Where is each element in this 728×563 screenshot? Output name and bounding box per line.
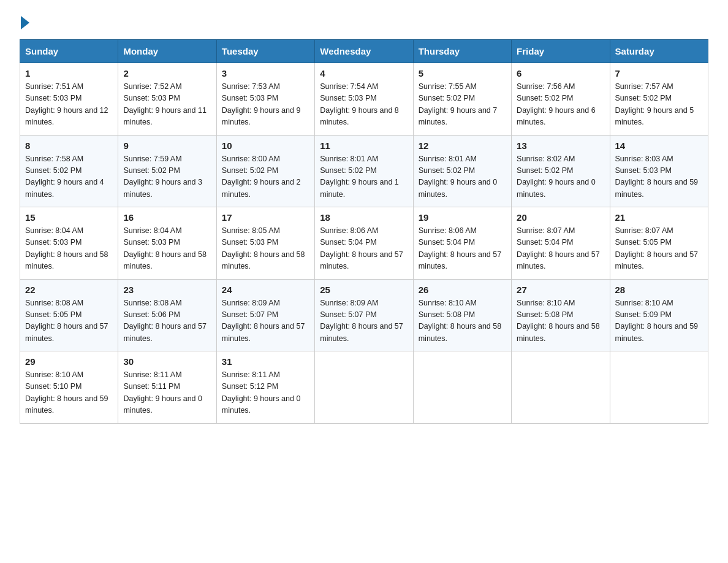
- calendar-cell: 22Sunrise: 8:08 AMSunset: 5:05 PMDayligh…: [20, 279, 118, 351]
- day-number: 19: [419, 212, 506, 223]
- day-number: 24: [222, 285, 309, 295]
- calendar-cell: 4Sunrise: 7:54 AMSunset: 5:03 PMDaylight…: [315, 63, 413, 136]
- day-info: Sunrise: 7:52 AMSunset: 5:03 PMDaylight:…: [123, 82, 207, 126]
- day-info: Sunrise: 7:58 AMSunset: 5:02 PMDaylight:…: [25, 155, 104, 199]
- day-number: 1: [25, 68, 113, 79]
- calendar-week-row: 8Sunrise: 7:58 AMSunset: 5:02 PMDaylight…: [20, 135, 708, 207]
- calendar-week-row: 1Sunrise: 7:51 AMSunset: 5:03 PMDaylight…: [20, 63, 708, 136]
- calendar-cell: 11Sunrise: 8:01 AMSunset: 5:02 PMDayligh…: [315, 135, 413, 207]
- day-number: 14: [615, 140, 703, 151]
- calendar-cell: 3Sunrise: 7:53 AMSunset: 5:03 PMDaylight…: [216, 63, 314, 136]
- calendar-cell: 18Sunrise: 8:06 AMSunset: 5:04 PMDayligh…: [315, 207, 413, 280]
- weekday-header-friday: Friday: [512, 40, 610, 63]
- logo: [20, 15, 29, 28]
- calendar-cell: 24Sunrise: 8:09 AMSunset: 5:07 PMDayligh…: [216, 279, 314, 351]
- day-number: 27: [517, 285, 604, 295]
- weekday-header-thursday: Thursday: [413, 40, 511, 63]
- day-info: Sunrise: 8:10 AMSunset: 5:09 PMDaylight:…: [615, 299, 699, 343]
- calendar-cell: 5Sunrise: 7:55 AMSunset: 5:02 PMDaylight…: [413, 63, 511, 136]
- day-info: Sunrise: 7:59 AMSunset: 5:02 PMDaylight:…: [123, 155, 202, 199]
- day-number: 16: [123, 212, 211, 223]
- day-info: Sunrise: 8:09 AMSunset: 5:07 PMDaylight:…: [222, 299, 305, 343]
- day-info: Sunrise: 8:11 AMSunset: 5:11 PMDaylight:…: [123, 370, 202, 415]
- day-info: Sunrise: 8:08 AMSunset: 5:05 PMDaylight:…: [25, 299, 108, 343]
- calendar-week-row: 15Sunrise: 8:04 AMSunset: 5:03 PMDayligh…: [20, 207, 708, 280]
- day-info: Sunrise: 8:07 AMSunset: 5:04 PMDaylight:…: [517, 226, 600, 270]
- day-info: Sunrise: 8:01 AMSunset: 5:02 PMDaylight:…: [320, 155, 399, 199]
- calendar-cell: 2Sunrise: 7:52 AMSunset: 5:03 PMDaylight…: [118, 63, 216, 136]
- weekday-header-monday: Monday: [118, 40, 216, 63]
- day-info: Sunrise: 7:51 AMSunset: 5:03 PMDaylight:…: [25, 82, 108, 126]
- day-info: Sunrise: 8:08 AMSunset: 5:06 PMDaylight:…: [123, 299, 207, 343]
- calendar-cell: 10Sunrise: 8:00 AMSunset: 5:02 PMDayligh…: [216, 135, 314, 207]
- day-info: Sunrise: 8:06 AMSunset: 5:04 PMDaylight:…: [419, 226, 502, 270]
- day-info: Sunrise: 8:05 AMSunset: 5:03 PMDaylight:…: [222, 226, 305, 270]
- calendar-cell: 1Sunrise: 7:51 AMSunset: 5:03 PMDaylight…: [20, 63, 118, 136]
- weekday-header-row: SundayMondayTuesdayWednesdayThursdayFrid…: [20, 40, 708, 63]
- calendar-cell: 23Sunrise: 8:08 AMSunset: 5:06 PMDayligh…: [118, 279, 216, 351]
- calendar-cell: 17Sunrise: 8:05 AMSunset: 5:03 PMDayligh…: [216, 207, 314, 280]
- weekday-header-tuesday: Tuesday: [216, 40, 314, 63]
- day-number: 21: [615, 212, 703, 223]
- calendar-cell: 8Sunrise: 7:58 AMSunset: 5:02 PMDaylight…: [20, 135, 118, 207]
- page-header: [20, 15, 708, 28]
- calendar-cell: 27Sunrise: 8:10 AMSunset: 5:08 PMDayligh…: [512, 279, 610, 351]
- calendar-week-row: 29Sunrise: 8:10 AMSunset: 5:10 PMDayligh…: [20, 351, 708, 424]
- day-number: 11: [320, 140, 408, 151]
- day-number: 26: [419, 285, 506, 295]
- day-number: 15: [25, 212, 113, 223]
- day-number: 22: [25, 285, 113, 295]
- calendar-cell: [315, 351, 413, 424]
- day-info: Sunrise: 8:02 AMSunset: 5:02 PMDaylight:…: [517, 155, 596, 199]
- day-number: 18: [320, 212, 408, 223]
- day-number: 6: [517, 68, 604, 79]
- calendar-header: SundayMondayTuesdayWednesdayThursdayFrid…: [20, 40, 708, 63]
- calendar-cell: 14Sunrise: 8:03 AMSunset: 5:03 PMDayligh…: [610, 135, 708, 207]
- calendar-cell: 16Sunrise: 8:04 AMSunset: 5:03 PMDayligh…: [118, 207, 216, 280]
- day-info: Sunrise: 7:55 AMSunset: 5:02 PMDaylight:…: [419, 82, 498, 126]
- day-number: 5: [419, 68, 506, 79]
- day-info: Sunrise: 8:03 AMSunset: 5:03 PMDaylight:…: [615, 155, 699, 199]
- calendar-cell: 25Sunrise: 8:09 AMSunset: 5:07 PMDayligh…: [315, 279, 413, 351]
- day-number: 3: [222, 68, 309, 79]
- weekday-header-saturday: Saturday: [610, 40, 708, 63]
- day-number: 23: [123, 285, 211, 295]
- calendar-cell: 12Sunrise: 8:01 AMSunset: 5:02 PMDayligh…: [413, 135, 511, 207]
- day-info: Sunrise: 8:06 AMSunset: 5:04 PMDaylight:…: [320, 226, 403, 270]
- calendar-cell: 13Sunrise: 8:02 AMSunset: 5:02 PMDayligh…: [512, 135, 610, 207]
- day-number: 9: [123, 140, 211, 151]
- day-info: Sunrise: 8:11 AMSunset: 5:12 PMDaylight:…: [222, 370, 301, 415]
- day-number: 17: [222, 212, 309, 223]
- day-info: Sunrise: 8:00 AMSunset: 5:02 PMDaylight:…: [222, 155, 301, 199]
- day-info: Sunrise: 8:07 AMSunset: 5:05 PMDaylight:…: [615, 226, 699, 270]
- day-number: 8: [25, 140, 113, 151]
- calendar-cell: 21Sunrise: 8:07 AMSunset: 5:05 PMDayligh…: [610, 207, 708, 280]
- calendar-table: SundayMondayTuesdayWednesdayThursdayFrid…: [20, 39, 708, 424]
- day-info: Sunrise: 8:10 AMSunset: 5:08 PMDaylight:…: [517, 299, 600, 343]
- day-info: Sunrise: 8:04 AMSunset: 5:03 PMDaylight:…: [123, 226, 207, 270]
- weekday-header-wednesday: Wednesday: [315, 40, 413, 63]
- calendar-cell: 29Sunrise: 8:10 AMSunset: 5:10 PMDayligh…: [20, 351, 118, 424]
- day-number: 25: [320, 285, 408, 295]
- calendar-cell: 15Sunrise: 8:04 AMSunset: 5:03 PMDayligh…: [20, 207, 118, 280]
- calendar-cell: 26Sunrise: 8:10 AMSunset: 5:08 PMDayligh…: [413, 279, 511, 351]
- logo-arrow-icon: [21, 16, 29, 29]
- day-info: Sunrise: 8:01 AMSunset: 5:02 PMDaylight:…: [419, 155, 498, 199]
- day-info: Sunrise: 7:53 AMSunset: 5:03 PMDaylight:…: [222, 82, 301, 126]
- day-number: 4: [320, 68, 408, 79]
- calendar-cell: [610, 351, 708, 424]
- day-info: Sunrise: 8:10 AMSunset: 5:10 PMDaylight:…: [25, 370, 108, 415]
- day-info: Sunrise: 7:56 AMSunset: 5:02 PMDaylight:…: [517, 82, 596, 126]
- day-info: Sunrise: 8:09 AMSunset: 5:07 PMDaylight:…: [320, 299, 403, 343]
- day-number: 2: [123, 68, 211, 79]
- calendar-cell: 19Sunrise: 8:06 AMSunset: 5:04 PMDayligh…: [413, 207, 511, 280]
- day-number: 28: [615, 285, 703, 295]
- calendar-cell: 31Sunrise: 8:11 AMSunset: 5:12 PMDayligh…: [216, 351, 314, 424]
- day-number: 20: [517, 212, 604, 223]
- calendar-cell: 28Sunrise: 8:10 AMSunset: 5:09 PMDayligh…: [610, 279, 708, 351]
- calendar-cell: [413, 351, 511, 424]
- day-number: 13: [517, 140, 604, 151]
- day-info: Sunrise: 7:57 AMSunset: 5:02 PMDaylight:…: [615, 82, 694, 126]
- weekday-header-sunday: Sunday: [20, 40, 118, 63]
- day-number: 12: [419, 140, 506, 151]
